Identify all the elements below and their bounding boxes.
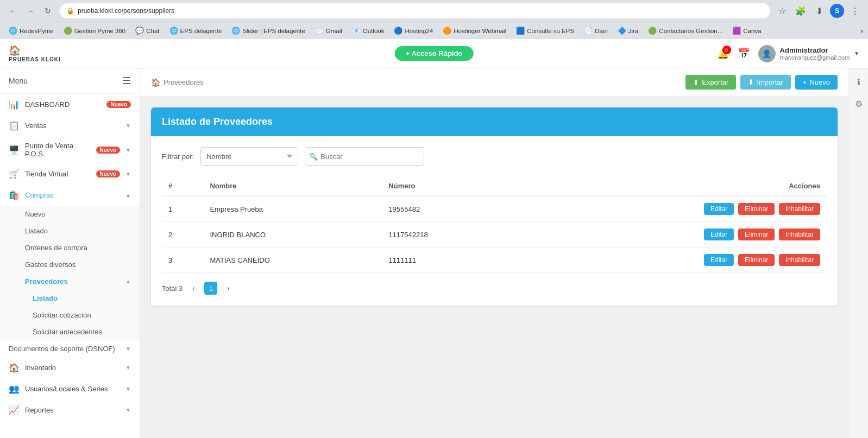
sidebar-item-ventas-label: Ventas [25,122,120,130]
bookmark-gestionpyme[interactable]: 🟢 Gestion Pyme 360 [59,26,130,36]
nuevo-label: Nuevo [809,78,830,86]
row3-edit-button[interactable]: Editar [704,254,734,266]
sidebar-submenu-gastos[interactable]: Gastos diversos [0,256,140,273]
import-button[interactable]: ⬇ Importar [740,75,790,90]
calendar-button[interactable]: 📅 [738,48,750,60]
bookmark-canva-label: Canva [743,28,761,34]
row3-disable-button[interactable]: Inhabilitar [779,254,820,266]
bookmark-consulte-eps-label: Consulte su EPS [527,28,574,34]
row1-delete-button[interactable]: Eliminar [738,203,775,215]
nuevo-button[interactable]: + Nuevo [795,75,838,90]
row3-delete-button[interactable]: Eliminar [738,254,775,266]
export-button[interactable]: ⬆ Exportar [685,75,736,90]
sidebar-submenu-ordenes[interactable]: Ordenes de compra [0,239,140,256]
bookmark-chat[interactable]: 💬 Chat [131,26,163,36]
settings-gear-button[interactable]: ⚙ [851,96,867,112]
sidebar-item-dashboard[interactable]: 📊 DASHBOARD Nuevo [0,94,140,115]
card-header: Listado de Proveedores [151,107,838,136]
main-content: 🏠 Proveedores ⬆ Exportar ⬇ Importar + Nu… [140,68,848,438]
sidebar-item-dashboard-label: DASHBOARD [25,100,101,109]
sidebar-submenu-nuevo-label: Nuevo [25,210,46,218]
import-label: Importar [757,78,783,86]
bookmark-contactanos[interactable]: 🟢 Contactanos Gestion... [644,26,727,36]
bookmark-canva[interactable]: 🟪 Canva [728,26,765,36]
user-dropdown-arrow-icon: ▼ [854,50,859,56]
bookmark-slider[interactable]: 🌐 Slider | EPS delagente [227,26,310,36]
sidebar-item-ventas[interactable]: 📋 Ventas ▼ [0,115,140,136]
tienda-virtual-icon: 🛒 [9,169,20,179]
bookmark-hosting24[interactable]: 🔵 Hosting24 [389,26,437,36]
row3-actions: Editar Eliminar Inhabilitar [510,247,827,273]
sidebar-item-usuarios[interactable]: 👥 Usuarios/Locales & Series ▼ [0,378,140,399]
bookmark-star-button[interactable]: ☆ [775,3,790,18]
reload-button[interactable]: ↻ [40,3,55,18]
bookmark-dian[interactable]: 📄 Dian [580,26,612,36]
bookmark-eps-delagente[interactable]: 🌐 EPS delagente [165,26,227,36]
extension-button[interactable]: 🧩 [793,3,808,18]
sidebar-submenu-listado[interactable]: Listado [0,223,140,239]
bookmark-gestionpyme-label: Gestion Pyme 360 [74,28,126,34]
sidebar-item-documentos[interactable]: Documentos de soporte (DSNOF) ▼ [0,340,140,357]
url-text: prueba.kloki.co/persons/suppliers [78,7,764,15]
bookmark-gmail[interactable]: ✉️ Gmail [311,26,347,36]
row1-num: 1 [162,196,203,222]
sidebar-item-tienda-virtual[interactable]: 🛒 Tienda Virtual Nuevo ▼ [0,163,140,185]
sidebar-sub2-solicitar-antecedentes[interactable]: Solicitar antecedentes [0,323,140,340]
bookmark-slider-label: Slider | EPS delagente [242,28,305,34]
canva-icon: 🟪 [732,27,741,35]
sidebar-item-inventario[interactable]: 🏠 Inventario ▼ [0,357,140,378]
row2-delete-button[interactable]: Eliminar [738,228,775,240]
reportes-arrow-icon: ▼ [125,407,131,413]
sidebar-menu-header: Menu ☰ [0,68,140,94]
sidebar-item-usuarios-label: Usuarios/Locales & Series [25,385,120,393]
consulte-eps-icon: 🟦 [516,27,525,35]
quick-access-button[interactable]: + Acceso Rápido [395,46,474,61]
row2-num: 2 [162,222,203,247]
user-avatar[interactable]: S [830,4,844,18]
slider-icon: 🌐 [231,27,240,35]
hamburger-button[interactable]: ☰ [122,75,131,87]
sidebar-submenu-proveedores[interactable]: Proveedores ▲ [0,273,140,290]
bookmark-contactanos-label: Contactanos Gestion... [659,28,722,34]
table-row: 3 MATIAS CANEIDO 1111111 Editar Eliminar… [162,247,827,273]
logo-text: PRUEBAS KLOKI [9,56,61,62]
user-info[interactable]: 👤 Administrador marxmarquez@gmail.com ▼ [758,45,859,62]
sidebar-menu-label: Menu [9,77,28,85]
row2-disable-button[interactable]: Inhabilitar [779,228,820,240]
sidebar-submenu-nuevo[interactable]: Nuevo [0,206,140,223]
more-options-button[interactable]: ⋮ [847,3,863,18]
download-button[interactable]: ⬇ [812,3,827,18]
back-button[interactable]: ← [5,3,21,18]
filter-select[interactable]: Nombre [200,147,298,166]
search-input[interactable] [305,147,424,166]
row2-edit-button[interactable]: Editar [704,228,734,240]
notifications-button[interactable]: 🔔 0 [717,48,729,60]
user-avatar-header: 👤 [758,45,776,62]
sidebar-item-compras[interactable]: 🛍️ Compras ▲ [0,185,140,206]
sidebar-sub2-listado[interactable]: Listado [0,290,140,307]
pagination-prev-button[interactable]: ‹ [187,282,200,295]
pagination-page-1[interactable]: 1 [204,282,217,295]
lock-icon: 🔒 [66,7,74,15]
row1-numero: 19555482 [382,196,510,222]
row1-edit-button[interactable]: Editar [704,203,734,215]
row1-disable-button[interactable]: Inhabilitar [779,203,820,215]
bookmark-outlook[interactable]: 📧 Outlook [348,26,389,36]
forward-button[interactable]: → [23,3,38,18]
sidebar-item-punto-venta[interactable]: 🖥️ Punto de Venta P.O.S. Nuevo ▼ [0,136,140,163]
info-button[interactable]: ℹ [851,74,867,90]
bookmark-consulte-eps[interactable]: 🟦 Consulte su EPS [512,26,578,36]
sidebar-sub2-solicitar-cotizacion[interactable]: Solicitar cotización [0,307,140,323]
bookmark-jira[interactable]: 🔷 Jira [613,26,643,36]
bookmarks-more[interactable]: » [860,27,864,35]
sidebar-item-reportes[interactable]: 📈 Reportes ▼ [0,399,140,421]
browser-actions: ☆ 🧩 ⬇ S ⋮ [775,3,863,18]
tienda-virtual-arrow-icon: ▼ [125,171,131,177]
pagination: Total 3 ‹ 1 › [162,282,827,295]
bookmark-hosting24-label: Hosting24 [405,28,433,34]
table-row: 1 Empresa Prueba 19555482 Editar Elimina… [162,196,827,222]
bookmark-hostinger[interactable]: 🟠 Hostinger Webmail [438,26,511,36]
url-bar[interactable]: 🔒 prueba.kloki.co/persons/suppliers [60,3,770,18]
bookmark-redespyme[interactable]: 🌐 RedesPyme [4,26,58,36]
pagination-next-button[interactable]: › [222,282,235,295]
